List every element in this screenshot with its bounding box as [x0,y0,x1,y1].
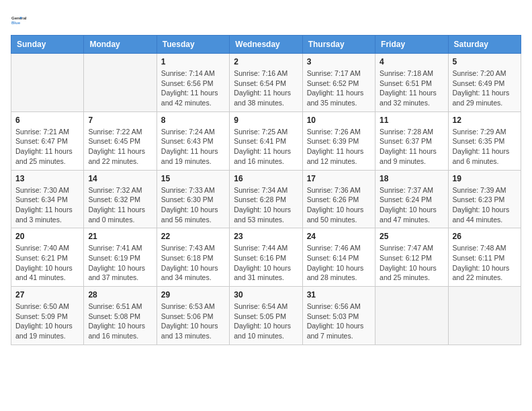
day-cell: 21Sunrise: 7:41 AMSunset: 6:19 PMDayligh… [84,228,157,287]
day-info: Sunrise: 6:56 AMSunset: 5:03 PMDaylight:… [307,302,371,341]
week-row-5: 27Sunrise: 6:50 AMSunset: 5:09 PMDayligh… [11,287,521,345]
day-info: Sunrise: 6:53 AMSunset: 5:06 PMDaylight:… [161,302,225,341]
day-info: Sunrise: 7:25 AMSunset: 6:41 PMDaylight:… [234,127,298,167]
svg-text:General: General [11,16,27,20]
day-number: 8 [161,116,225,125]
day-info: Sunrise: 6:51 AMSunset: 5:08 PMDaylight:… [88,302,152,341]
day-cell: 17Sunrise: 7:36 AMSunset: 6:26 PMDayligh… [302,170,375,228]
weekday-header-monday: Monday [84,36,157,54]
day-info: Sunrise: 7:46 AMSunset: 6:14 PMDaylight:… [307,243,371,283]
day-info: Sunrise: 7:20 AMSunset: 6:49 PMDaylight:… [453,68,517,108]
day-cell: 30Sunrise: 6:54 AMSunset: 5:05 PMDayligh… [230,287,302,345]
day-cell: 23Sunrise: 7:44 AMSunset: 6:16 PMDayligh… [230,228,302,287]
day-number: 31 [307,290,371,300]
logo-icon: General Blue [11,11,30,30]
day-number: 17 [307,174,371,183]
day-cell: 22Sunrise: 7:43 AMSunset: 6:18 PMDayligh… [157,228,229,287]
day-cell: 28Sunrise: 6:51 AMSunset: 5:08 PMDayligh… [84,287,157,345]
day-info: Sunrise: 7:33 AMSunset: 6:30 PMDaylight:… [161,185,225,225]
day-info: Sunrise: 7:40 AMSunset: 6:21 PMDaylight:… [15,243,79,283]
day-cell [11,54,84,112]
day-info: Sunrise: 7:36 AMSunset: 6:26 PMDaylight:… [307,185,371,225]
day-info: Sunrise: 7:16 AMSunset: 6:54 PMDaylight:… [234,68,298,108]
day-number: 26 [453,232,517,241]
weekday-header-sunday: Sunday [11,36,84,54]
day-cell: 1Sunrise: 7:14 AMSunset: 6:56 PMDaylight… [157,54,229,112]
day-cell: 24Sunrise: 7:46 AMSunset: 6:14 PMDayligh… [302,228,375,287]
day-number: 20 [15,232,79,241]
day-info: Sunrise: 7:28 AMSunset: 6:37 PMDaylight:… [380,127,443,167]
day-cell: 19Sunrise: 7:39 AMSunset: 6:23 PMDayligh… [448,170,521,228]
day-info: Sunrise: 6:54 AMSunset: 5:05 PMDaylight:… [234,302,298,341]
calendar-table: SundayMondayTuesdayWednesdayThursdayFrid… [11,35,521,345]
day-info: Sunrise: 7:37 AMSunset: 6:24 PMDaylight:… [380,185,443,225]
day-info: Sunrise: 7:14 AMSunset: 6:56 PMDaylight:… [161,68,225,108]
day-number: 18 [380,174,443,183]
day-cell [375,287,448,345]
day-cell: 15Sunrise: 7:33 AMSunset: 6:30 PMDayligh… [157,170,229,228]
day-cell: 8Sunrise: 7:24 AMSunset: 6:43 PMDaylight… [157,111,229,170]
day-number: 25 [380,232,443,241]
day-number: 1 [161,57,225,66]
week-row-1: 1Sunrise: 7:14 AMSunset: 6:56 PMDaylight… [11,54,521,112]
svg-text:Blue: Blue [11,21,21,25]
day-number: 9 [234,116,298,125]
day-number: 4 [380,57,443,66]
day-cell: 10Sunrise: 7:26 AMSunset: 6:39 PMDayligh… [302,111,375,170]
day-cell: 2Sunrise: 7:16 AMSunset: 6:54 PMDaylight… [230,54,302,112]
day-number: 24 [307,232,371,241]
day-cell: 12Sunrise: 7:29 AMSunset: 6:35 PMDayligh… [448,111,521,170]
day-cell: 6Sunrise: 7:21 AMSunset: 6:47 PMDaylight… [11,111,84,170]
day-number: 23 [234,232,298,241]
day-number: 22 [161,232,225,241]
day-cell: 9Sunrise: 7:25 AMSunset: 6:41 PMDaylight… [230,111,302,170]
day-number: 7 [88,116,152,125]
day-number: 13 [15,174,79,183]
day-cell: 14Sunrise: 7:32 AMSunset: 6:32 PMDayligh… [84,170,157,228]
day-info: Sunrise: 7:30 AMSunset: 6:34 PMDaylight:… [15,185,79,225]
week-row-2: 6Sunrise: 7:21 AMSunset: 6:47 PMDaylight… [11,111,521,170]
day-cell: 25Sunrise: 7:47 AMSunset: 6:12 PMDayligh… [375,228,448,287]
day-number: 29 [161,290,225,300]
day-number: 14 [88,174,152,183]
day-number: 16 [234,174,298,183]
day-number: 12 [453,116,517,125]
day-cell: 13Sunrise: 7:30 AMSunset: 6:34 PMDayligh… [11,170,84,228]
day-info: Sunrise: 7:17 AMSunset: 6:52 PMDaylight:… [307,68,371,108]
weekday-header-friday: Friday [375,36,448,54]
day-cell [448,287,521,345]
day-number: 11 [380,116,443,125]
day-info: Sunrise: 7:32 AMSunset: 6:32 PMDaylight:… [88,185,152,225]
day-info: Sunrise: 6:50 AMSunset: 5:09 PMDaylight:… [15,302,79,341]
week-row-4: 20Sunrise: 7:40 AMSunset: 6:21 PMDayligh… [11,228,521,287]
weekday-header-row: SundayMondayTuesdayWednesdayThursdayFrid… [11,36,521,54]
day-info: Sunrise: 7:24 AMSunset: 6:43 PMDaylight:… [161,127,225,167]
day-info: Sunrise: 7:39 AMSunset: 6:23 PMDaylight:… [453,185,517,225]
day-cell: 4Sunrise: 7:18 AMSunset: 6:51 PMDaylight… [375,54,448,112]
day-cell: 27Sunrise: 6:50 AMSunset: 5:09 PMDayligh… [11,287,84,345]
day-number: 5 [453,57,517,66]
day-info: Sunrise: 7:48 AMSunset: 6:11 PMDaylight:… [453,243,517,283]
day-info: Sunrise: 7:47 AMSunset: 6:12 PMDaylight:… [380,243,443,283]
logo: General Blue [11,11,30,30]
day-number: 6 [15,116,79,125]
day-info: Sunrise: 7:18 AMSunset: 6:51 PMDaylight:… [380,68,443,108]
week-row-3: 13Sunrise: 7:30 AMSunset: 6:34 PMDayligh… [11,170,521,228]
day-cell: 5Sunrise: 7:20 AMSunset: 6:49 PMDaylight… [448,54,521,112]
weekday-header-thursday: Thursday [302,36,375,54]
day-cell: 31Sunrise: 6:56 AMSunset: 5:03 PMDayligh… [302,287,375,345]
day-info: Sunrise: 7:41 AMSunset: 6:19 PMDaylight:… [88,243,152,283]
day-number: 2 [234,57,298,66]
day-info: Sunrise: 7:21 AMSunset: 6:47 PMDaylight:… [15,127,79,167]
day-cell: 26Sunrise: 7:48 AMSunset: 6:11 PMDayligh… [448,228,521,287]
weekday-header-saturday: Saturday [448,36,521,54]
day-cell [84,54,157,112]
day-cell: 18Sunrise: 7:37 AMSunset: 6:24 PMDayligh… [375,170,448,228]
day-cell: 7Sunrise: 7:22 AMSunset: 6:45 PMDaylight… [84,111,157,170]
day-info: Sunrise: 7:34 AMSunset: 6:28 PMDaylight:… [234,185,298,225]
weekday-header-wednesday: Wednesday [230,36,302,54]
day-number: 3 [307,57,371,66]
day-number: 10 [307,116,371,125]
day-info: Sunrise: 7:44 AMSunset: 6:16 PMDaylight:… [234,243,298,283]
day-info: Sunrise: 7:26 AMSunset: 6:39 PMDaylight:… [307,127,371,167]
